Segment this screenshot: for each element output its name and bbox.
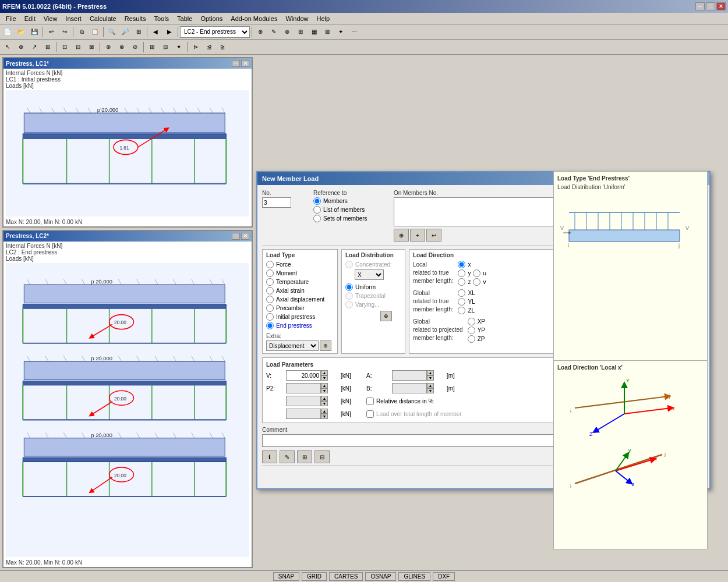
param-b-input[interactable]	[392, 383, 427, 393]
lt-force[interactable]: Force	[266, 261, 334, 268]
menu-addon[interactable]: Add-on Modules	[227, 14, 281, 23]
menu-options[interactable]: Options	[197, 14, 226, 23]
param-p22-input[interactable]	[286, 409, 321, 419]
tb2-btn-6[interactable]: ⊟	[72, 41, 84, 54]
zoom-out-btn[interactable]: 🔎	[119, 26, 132, 38]
concentrated-x-select[interactable]: X	[355, 269, 384, 280]
panel-lc2-close[interactable]: ✕	[241, 233, 249, 240]
tb2-btn-10[interactable]: ⊘	[129, 41, 142, 54]
lt-initial-prestress[interactable]: Initial prestress	[266, 313, 334, 321]
tb-btn-1[interactable]: ⊕	[254, 26, 267, 38]
status-snap[interactable]: SNAP	[273, 572, 299, 581]
panel-lc1-minimize[interactable]: ─	[232, 60, 240, 67]
menu-file[interactable]: File	[2, 14, 20, 23]
menu-insert[interactable]: Insert	[62, 14, 85, 23]
menu-table[interactable]: Table	[174, 14, 196, 23]
dialog-action-2[interactable]: ✎	[280, 450, 295, 463]
tb2-btn-5[interactable]: ⊡	[58, 41, 71, 54]
tb2-btn-15[interactable]: ⊴	[203, 41, 215, 54]
tb2-btn-16[interactable]: ⊵	[216, 41, 229, 54]
dir-yp[interactable]: YP	[468, 327, 485, 334]
param-b-down[interactable]: ▼	[427, 388, 434, 393]
lt-end-prestress[interactable]: End prestress	[266, 322, 334, 329]
lt-precamber[interactable]: Precamber	[266, 304, 334, 312]
menu-edit[interactable]: Edit	[21, 14, 39, 23]
tb2-btn-9[interactable]: ⊗	[115, 41, 128, 54]
tb2-btn-2[interactable]: ⊕	[15, 41, 27, 54]
close-btn[interactable]: ✕	[716, 2, 726, 10]
lc-selector[interactable]: LC2 - End prestress	[180, 26, 250, 38]
status-glines[interactable]: GLINES	[398, 572, 430, 581]
status-cartes[interactable]: CARTES	[329, 572, 363, 581]
tb2-btn-13[interactable]: ✦	[172, 41, 185, 54]
tb2-btn-11[interactable]: ⊞	[146, 41, 158, 54]
dir-z[interactable]: z	[458, 278, 471, 286]
zoom-in-btn[interactable]: 🔍	[105, 26, 118, 38]
reference-list[interactable]: List of members	[313, 206, 389, 214]
panel-lc1-close[interactable]: ✕	[241, 60, 249, 67]
paste-btn[interactable]: 📋	[89, 26, 101, 38]
members-select-btn[interactable]: ⊕	[394, 229, 409, 242]
minimize-btn[interactable]: ─	[695, 2, 705, 10]
param-v2-down[interactable]: ▼	[321, 401, 328, 406]
tb2-btn-1[interactable]: ↖	[1, 41, 14, 54]
status-grid[interactable]: GRID	[302, 572, 327, 581]
dir-x[interactable]: x	[458, 261, 471, 268]
dir-u[interactable]: u	[473, 269, 486, 277]
lt-temperature[interactable]: Temperature	[266, 278, 334, 286]
tb-btn-5[interactable]: ▦	[308, 26, 320, 38]
tb2-btn-3[interactable]: ↗	[28, 41, 41, 54]
load-total-check[interactable]	[366, 410, 374, 418]
dir-zp[interactable]: ZP	[468, 335, 485, 343]
reference-members[interactable]: Members	[313, 197, 389, 205]
status-osnap[interactable]: OSNAP	[365, 572, 396, 581]
param-a-input[interactable]	[392, 370, 427, 381]
dir-zl[interactable]: ZL	[458, 307, 475, 314]
save-btn[interactable]: 💾	[28, 26, 41, 38]
menu-help[interactable]: Help	[313, 14, 334, 23]
lt-axial-strain[interactable]: Axial strain	[266, 287, 334, 294]
param-v-down[interactable]: ▼	[321, 375, 328, 381]
param-a-up[interactable]: ▲	[427, 370, 434, 375]
param-p2-up[interactable]: ▲	[321, 383, 328, 388]
param-p22-down[interactable]: ▼	[321, 414, 328, 419]
members-remove-btn[interactable]: ↩	[426, 229, 441, 242]
extra-action-btn[interactable]: ⊕	[320, 340, 331, 351]
tb2-btn-4[interactable]: ⊞	[41, 41, 54, 54]
zoom-all-btn[interactable]: ⊞	[132, 26, 145, 38]
ld-concentrated[interactable]: Concentrated:	[345, 261, 401, 268]
tb-btn-6[interactable]: ⊠	[321, 26, 334, 38]
param-p2-down[interactable]: ▼	[321, 388, 328, 393]
tb-btn-8[interactable]: ⋯	[348, 26, 361, 38]
ld-trapezoidal[interactable]: Trapezoidal	[345, 292, 401, 300]
dir-yl[interactable]: YL	[458, 298, 475, 306]
tb2-btn-12[interactable]: ⊟	[159, 41, 172, 54]
menu-view[interactable]: View	[40, 14, 61, 23]
dir-y[interactable]: y	[458, 269, 471, 277]
tb-btn-2[interactable]: ✎	[267, 26, 280, 38]
param-a-down[interactable]: ▼	[427, 375, 434, 381]
redo-btn[interactable]: ↪	[58, 26, 71, 38]
menu-calculate[interactable]: Calculate	[86, 14, 120, 23]
param-v2-input[interactable]	[286, 396, 321, 406]
reference-sets[interactable]: Sets of members	[313, 215, 389, 222]
tb-btn-3[interactable]: ⊗	[281, 26, 294, 38]
param-v2-up[interactable]: ▲	[321, 396, 328, 401]
nav-back-btn[interactable]: ◀	[149, 26, 162, 38]
tb-btn-7[interactable]: ✦	[334, 26, 347, 38]
param-b-up[interactable]: ▲	[427, 383, 434, 388]
menu-tools[interactable]: Tools	[150, 14, 172, 23]
panel-lc2-minimize[interactable]: ─	[232, 233, 240, 240]
copy-btn[interactable]: ⧉	[75, 26, 88, 38]
tb-btn-4[interactable]: ⊞	[294, 26, 307, 38]
dialog-action-3[interactable]: ⊞	[297, 450, 312, 463]
extra-dropdown[interactable]: Displacement	[266, 340, 319, 351]
dir-xl[interactable]: XL	[458, 289, 475, 297]
relative-dist-check[interactable]	[366, 398, 374, 405]
menu-window[interactable]: Window	[282, 14, 312, 23]
dialog-action-1[interactable]: ℹ	[262, 450, 277, 463]
param-p2-input[interactable]	[286, 383, 321, 393]
dialog-action-4[interactable]: ⊟	[314, 450, 330, 463]
maximize-btn[interactable]: □	[706, 2, 715, 10]
ld-uniform[interactable]: Uniform	[345, 283, 401, 291]
